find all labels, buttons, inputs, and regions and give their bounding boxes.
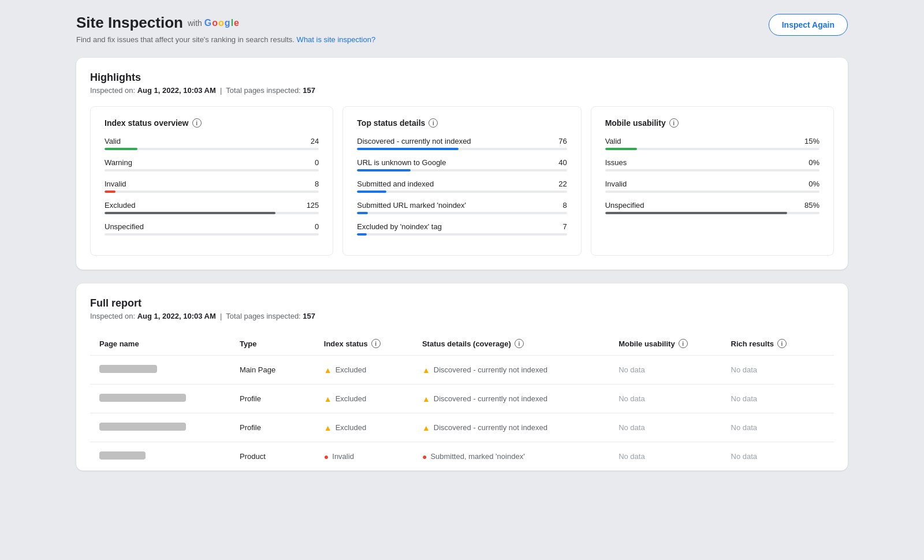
bar-track <box>357 191 567 193</box>
page-name-cell[interactable] <box>90 413 230 442</box>
highlights-grid: Index status overview i Valid 24 Warning… <box>90 106 834 256</box>
bar-label: Invalid <box>105 180 126 188</box>
index-status-value: ▲Excluded <box>324 394 404 404</box>
google-logo: Google <box>204 18 239 28</box>
blurred-page-name <box>99 423 186 431</box>
bar-value: 15% <box>804 137 819 145</box>
bar-label: Excluded <box>105 201 135 210</box>
bar-track <box>357 233 567 236</box>
top-status-bars: Discovered - currently not indexed 76 UR… <box>357 137 567 236</box>
bar-fill <box>605 148 638 150</box>
index-status-cell: ▲Excluded <box>315 356 413 384</box>
blurred-page-name <box>99 451 146 460</box>
index-status-cell: ▲Excluded <box>315 413 413 442</box>
mobile-usability-cell: No data <box>609 356 721 384</box>
index-status-title: Index status overview i <box>105 118 319 128</box>
col-header-index-status: Index status i <box>315 332 413 356</box>
top-status-info-icon[interactable]: i <box>429 118 438 128</box>
bar-row: Invalid 8 <box>105 180 319 193</box>
bar-value: 7 <box>562 222 567 231</box>
bar-label: Valid <box>105 137 121 145</box>
status-details-col-info-icon[interactable]: i <box>515 339 524 348</box>
page-header: Site Inspection with Google Find and fix… <box>76 14 848 44</box>
index-status-cell: ●Invalid <box>315 442 413 471</box>
highlights-title: Highlights <box>90 72 834 84</box>
bar-value: 22 <box>558 180 567 188</box>
bar-track <box>105 233 319 236</box>
bar-value: 0% <box>808 180 819 188</box>
bar-label: Submitted and indexed <box>357 180 434 188</box>
bar-row: Valid 24 <box>105 137 319 150</box>
bar-value: 8 <box>315 180 319 188</box>
bar-fill <box>357 191 386 193</box>
type-cell: Profile <box>230 413 315 442</box>
inspect-again-button[interactable]: Inspect Again <box>769 14 848 36</box>
col-header-type: Type <box>230 332 315 356</box>
page-name-cell[interactable] <box>90 442 230 471</box>
report-table: Page name Type Index status i <box>90 332 834 471</box>
bar-row: Submitted and indexed 22 <box>357 180 567 193</box>
table-row: Main Page▲Excluded▲Discovered - currentl… <box>90 356 834 384</box>
bar-track <box>105 169 319 171</box>
index-status-info-icon[interactable]: i <box>192 118 202 128</box>
table-header: Page name Type Index status i <box>90 332 834 356</box>
bar-track <box>105 191 319 193</box>
status-details-value: ●Submitted, marked 'noindex' <box>422 452 600 461</box>
index-status-col-info-icon[interactable]: i <box>371 339 381 348</box>
highlights-meta: Inspected on: Aug 1, 2022, 10:03 AM | To… <box>90 86 834 95</box>
mobile-usability-col-info-icon[interactable]: i <box>679 339 688 348</box>
rich-results-no-data: No data <box>731 452 758 461</box>
page-name-cell[interactable] <box>90 384 230 413</box>
subtitle-link[interactable]: What is site inspection? <box>297 35 376 44</box>
bar-track <box>605 212 819 214</box>
full-report-meta: Inspected on: Aug 1, 2022, 10:03 AM | To… <box>90 312 834 320</box>
index-status-value: ●Invalid <box>324 452 404 461</box>
mobile-no-data: No data <box>619 365 645 374</box>
bar-row: Excluded by 'noindex' tag 7 <box>357 222 567 236</box>
mobile-usability-cell: No data <box>609 413 721 442</box>
status-details-value: ▲Discovered - currently not indexed <box>422 394 600 404</box>
bar-row: Discovered - currently not indexed 76 <box>357 137 567 150</box>
page-title: Site Inspection <box>76 14 183 32</box>
status-details-cell: ▲Discovered - currently not indexed <box>413 356 609 384</box>
with-google: with Google <box>188 18 239 28</box>
status-details-cell: ●Submitted, marked 'noindex' <box>413 442 609 471</box>
bar-fill <box>357 169 411 171</box>
mobile-bars: Valid 15% Issues 0% Invalid 0% <box>605 137 819 214</box>
rich-results-cell: No data <box>722 356 834 384</box>
top-status-title: Top status details i <box>357 118 567 128</box>
bar-value: 8 <box>562 201 567 210</box>
bar-value: 85% <box>804 201 819 210</box>
full-report-card: Full report Inspected on: Aug 1, 2022, 1… <box>76 283 848 471</box>
bar-label-row: Submitted and indexed 22 <box>357 180 567 188</box>
top-status-section: Top status details i Discovered - curren… <box>342 106 581 256</box>
bar-track <box>357 148 567 150</box>
bar-track <box>105 212 319 214</box>
bar-track <box>105 148 319 150</box>
rich-results-col-info-icon[interactable]: i <box>777 339 787 348</box>
table-row: Product●Invalid●Submitted, marked 'noind… <box>90 442 834 471</box>
rich-results-cell: No data <box>722 442 834 471</box>
index-status-value: ▲Excluded <box>324 365 404 375</box>
report-table-container: Page name Type Index status i <box>90 332 834 471</box>
blurred-page-name <box>99 365 157 373</box>
bar-fill <box>605 212 788 214</box>
page-name-cell[interactable] <box>90 356 230 384</box>
rich-results-cell: No data <box>722 384 834 413</box>
bar-label-row: Invalid 0% <box>605 180 819 188</box>
mobile-usability-title: Mobile usability i <box>605 118 819 128</box>
bar-value: 0% <box>808 158 819 167</box>
bar-track <box>605 148 819 150</box>
bar-label: Valid <box>605 137 621 145</box>
bar-row: Issues 0% <box>605 158 819 171</box>
bar-label: Issues <box>605 158 627 167</box>
rich-results-no-data: No data <box>731 423 758 432</box>
type-cell: Profile <box>230 384 315 413</box>
header-left: Site Inspection with Google Find and fix… <box>76 14 375 44</box>
mobile-usability-info-icon[interactable]: i <box>669 118 679 128</box>
bar-label-row: Issues 0% <box>605 158 819 167</box>
bar-label-row: Unspecified 0 <box>105 222 319 231</box>
bar-track <box>357 212 567 214</box>
bar-label: Unspecified <box>605 201 644 210</box>
index-status-section: Index status overview i Valid 24 Warning… <box>90 106 333 256</box>
